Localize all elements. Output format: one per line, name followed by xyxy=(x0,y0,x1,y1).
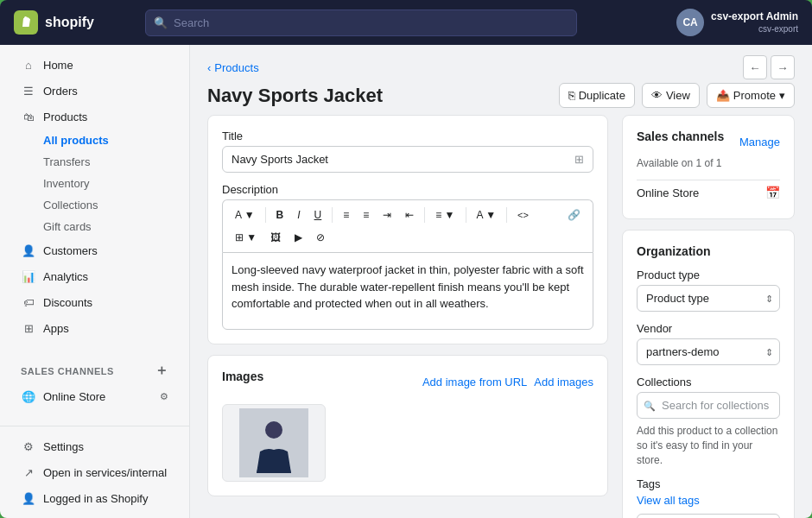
home-icon: ⌂ xyxy=(21,57,36,73)
sidebar-item-label: Orders xyxy=(43,85,78,98)
vendor-label: Vendor xyxy=(637,322,780,335)
topbar: shopify 🔍 CA csv-export Admin csv-export xyxy=(0,0,812,45)
promote-button[interactable]: 📤 Promote ▾ xyxy=(707,83,795,108)
bold-btn[interactable]: B xyxy=(271,205,289,224)
outdent-btn[interactable]: ⇤ xyxy=(400,205,419,224)
tags-input[interactable] xyxy=(637,514,780,518)
sidebar-sub-collections[interactable]: Collections xyxy=(7,194,182,216)
sidebar-sales-channels: SALES CHANNELS ＋ 🌐 Online Store ⚙ xyxy=(0,348,189,416)
manage-link[interactable]: Manage xyxy=(739,136,780,148)
bullet-btn[interactable]: ≡ xyxy=(338,205,354,224)
user-text: csv-export Admin csv-export xyxy=(711,10,798,35)
product-type-wrapper: Product type ⇕ xyxy=(637,285,780,312)
user-subtitle: csv-export xyxy=(711,23,798,35)
sidebar-item-label: Analytics xyxy=(43,270,88,283)
clear-btn[interactable]: ⊘ xyxy=(311,228,330,247)
italic-btn[interactable]: I xyxy=(292,205,305,224)
toolbar-divider xyxy=(332,207,333,223)
discounts-icon: 🏷 xyxy=(21,294,36,310)
calendar-icon[interactable]: 📅 xyxy=(765,186,780,199)
channel-item-online-store: Online Store 📅 xyxy=(637,180,780,205)
title-description-card: Title Navy Sports Jacket ⊞ Description A… xyxy=(207,115,608,344)
sidebar-item-label: Apps xyxy=(43,322,69,335)
breadcrumb-text: Products xyxy=(214,61,258,74)
sidebar-item-analytics[interactable]: 📊 Analytics xyxy=(7,263,182,289)
two-col-layout: Title Navy Sports Jacket ⊞ Description A… xyxy=(190,115,812,518)
page-title-bar: Navy Sports Jacket ⎘ Duplicate 👁 View 📤 … xyxy=(190,79,812,115)
collections-search-input[interactable] xyxy=(637,392,780,419)
add-sales-channel-icon[interactable]: ＋ xyxy=(155,362,169,380)
shopify-logo-icon xyxy=(14,10,38,35)
align-btn[interactable]: ≡ ▼ xyxy=(430,205,460,224)
description-editor[interactable]: Long-sleeved navy waterproof jacket in t… xyxy=(222,252,593,330)
sidebar-sub-inventory[interactable]: Inventory xyxy=(7,173,182,194)
title-input[interactable]: Navy Sports Jacket ⊞ xyxy=(222,146,593,173)
svg-point-1 xyxy=(265,421,282,439)
orders-icon: ☰ xyxy=(21,83,36,98)
search-bar[interactable]: 🔍 xyxy=(145,9,577,36)
ordered-btn[interactable]: ≡ xyxy=(358,205,374,224)
view-button[interactable]: 👁 View xyxy=(642,83,700,108)
sidebar-item-settings[interactable]: ⚙ Settings xyxy=(7,433,182,459)
product-image xyxy=(222,404,326,482)
sidebar-sub-all-products[interactable]: All products xyxy=(7,130,182,151)
sidebar-sub-transfers[interactable]: Transfers xyxy=(7,151,182,173)
collections-hint: Add this product to a collection so it's… xyxy=(637,424,780,467)
organization-title: Organization xyxy=(637,244,780,258)
sidebar-item-discounts[interactable]: 🏷 Discounts xyxy=(7,289,182,315)
product-type-select[interactable]: Product type xyxy=(637,285,780,312)
duplicate-button[interactable]: ⎘ Duplicate xyxy=(559,83,635,108)
toolbar-divider xyxy=(466,207,466,223)
view-all-tags-link[interactable]: View all tags xyxy=(637,494,780,507)
table-btn[interactable]: ⊞ ▼ xyxy=(230,228,262,247)
sidebar-item-logged-in[interactable]: 👤 Logged in as Shopify xyxy=(7,485,182,511)
image-add-buttons: Add image from URL Add images xyxy=(422,376,593,388)
sidebar-item-online-store[interactable]: 🌐 Online Store ⚙ xyxy=(7,383,182,409)
sidebar-item-products[interactable]: 🛍 Products xyxy=(7,104,182,130)
sidebar-item-open-services[interactable]: ↗ Open in services/internal xyxy=(7,459,182,485)
add-image-url-button[interactable]: Add image from URL xyxy=(422,376,527,388)
page-actions: ⎘ Duplicate 👁 View 📤 Promote ▾ xyxy=(559,83,795,108)
vendor-select[interactable]: partners-demo xyxy=(637,338,780,365)
main-layout: ⌂ Home ☰ Orders 🛍 Products All products … xyxy=(0,45,812,518)
indent-btn[interactable]: ⇥ xyxy=(377,205,396,224)
sidebar-item-label: Products xyxy=(43,111,87,123)
sidebar-item-label: Open in services/internal xyxy=(43,466,167,479)
channel-name: Online Store xyxy=(637,186,699,199)
color-btn[interactable]: A ▼ xyxy=(472,205,502,224)
sidebar-item-label: Customers xyxy=(43,244,98,257)
font-btn[interactable]: A ▼ xyxy=(230,205,260,224)
sidebar-item-label: Discounts xyxy=(43,296,92,309)
next-nav-button[interactable]: → xyxy=(771,55,795,79)
sidebar-sub-gift-cards[interactable]: Gift cards xyxy=(7,216,182,237)
apps-icon: ⊞ xyxy=(21,320,36,336)
sidebar-item-apps[interactable]: ⊞ Apps xyxy=(7,315,182,341)
add-images-button[interactable]: Add images xyxy=(534,376,593,388)
collections-label: Collections xyxy=(637,376,780,388)
main-column: Title Navy Sports Jacket ⊞ Description A… xyxy=(207,115,608,518)
sales-channels-card: Sales channels Manage Available on 1 of … xyxy=(622,115,795,219)
tags-label: Tags xyxy=(637,477,780,490)
product-type-label: Product type xyxy=(637,268,780,281)
sidebar-item-home[interactable]: ⌂ Home xyxy=(7,52,182,78)
shopify-logo: shopify xyxy=(14,10,135,35)
video-btn[interactable]: ▶ xyxy=(289,228,308,247)
view-icon: 👁 xyxy=(651,89,663,102)
image-btn[interactable]: 🖼 xyxy=(265,228,286,247)
sidebar-item-customers[interactable]: 👤 Customers xyxy=(7,237,182,263)
promote-dropdown-icon: ▾ xyxy=(779,89,785,102)
products-icon: 🛍 xyxy=(21,109,36,124)
link-btn[interactable]: 🔗 xyxy=(562,205,586,224)
sidebar-item-orders[interactable]: ☰ Orders xyxy=(7,78,182,104)
breadcrumb-bar: ‹ Products ← → xyxy=(190,45,812,79)
html-btn[interactable]: <> xyxy=(512,206,534,224)
online-store-settings-icon[interactable]: ⚙ xyxy=(160,391,168,402)
vendor-wrapper: partners-demo ⇕ xyxy=(637,338,780,365)
underline-btn[interactable]: U xyxy=(309,205,327,224)
prev-nav-button[interactable]: ← xyxy=(743,55,767,79)
nav-arrows: ← → xyxy=(743,55,795,79)
search-input[interactable] xyxy=(145,9,577,36)
organization-card: Organization Product type Product type ⇕… xyxy=(622,230,795,518)
breadcrumb[interactable]: ‹ Products xyxy=(207,61,259,74)
images-title: Images xyxy=(222,370,263,383)
